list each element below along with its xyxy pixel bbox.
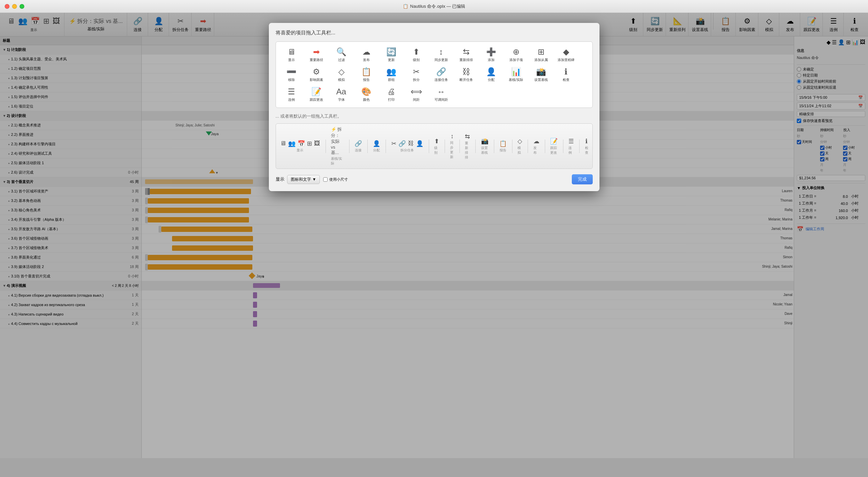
dtb-connect-label: 连接 — [355, 148, 362, 153]
modal-sync-icon: ↕ — [439, 47, 443, 57]
title-bar: 📋 Nautilus 命令.oplx — 已编辑 — [0, 0, 868, 13]
modal-bottom-left: 显示 图标和文字 ▼ 使用小尺寸 — [276, 175, 348, 184]
dtb-assign-icon: 👤 — [373, 140, 380, 147]
dtb-report-group: 📋 报告 — [499, 140, 507, 153]
display-dropdown[interactable]: 图标和文字 ▼ — [287, 175, 320, 184]
modal-add-icon: ➕ — [486, 47, 496, 57]
display-option-text: 图标和文字 — [291, 177, 311, 182]
modal-icon-publish[interactable]: ☁ 发布 — [354, 45, 379, 64]
modal-icon-critical[interactable]: ➡ 重要路径 — [304, 45, 329, 64]
dtb-display-label: 显示 — [297, 148, 303, 153]
minimize-button[interactable] — [12, 4, 17, 9]
modal-subtitle: ... 或者将默认的一组拖入工具栏。 — [276, 113, 593, 119]
modal-icon-level[interactable]: ⬆ 级别 — [404, 45, 428, 64]
modal-icon-spacing[interactable]: ⟺ 间距 — [404, 85, 428, 104]
modal-icon-add-sub[interactable]: ⊞ 添加从属 — [529, 45, 553, 64]
dtb-check-group: ℹ 检查 — [585, 138, 588, 155]
dtb-simulate-label: 模拟 — [517, 146, 522, 155]
modal-icon-sync[interactable]: ↕ 同步更新 — [429, 45, 453, 64]
dtb-examples-group: ☰ 连例 — [568, 138, 574, 155]
modal-print-icon: 🖨 — [387, 87, 395, 96]
modal-icon-adj-spacing[interactable]: ↔ 可调间距 — [429, 85, 453, 104]
modal-level-icon: ⬆ — [413, 47, 420, 57]
modal-check-icon: ℹ — [564, 67, 567, 77]
dtb-split-icon: ✂ — [391, 140, 396, 147]
modal-bottom-bar: 显示 图标和文字 ▼ 使用小尺寸 完成 — [276, 174, 593, 184]
modal-icon-refresh[interactable]: 🔄 更新 — [379, 45, 403, 64]
modal-publish-icon: ☁ — [362, 47, 370, 57]
modal-display-icon: 🖥 — [287, 47, 296, 57]
modal-icon-group[interactable]: 👥 群组 — [379, 65, 403, 84]
modal-icon-examples[interactable]: ☰ 连例 — [279, 85, 304, 104]
modal-milestone-icon: ◆ — [563, 47, 569, 57]
dtb-table-icon: 📅 — [298, 140, 305, 147]
dtb-display-icon: 🖥 — [280, 140, 286, 147]
small-size-input[interactable] — [323, 177, 328, 182]
modal-icon-link[interactable]: 🔗 连接任务 — [429, 65, 453, 84]
dtb-unlink2-icon: ⛓ — [408, 140, 414, 147]
dtb-check-label: 检查 — [585, 146, 588, 155]
modal-icon-unlink[interactable]: ⛓ 断开任务 — [454, 65, 478, 84]
modal-overlay[interactable]: 将喜爱的项目拖入工具栏... 🖥 显示 ➡ 重要路径 🔍 过滤 ☁ 发布 🔄 — [0, 13, 868, 477]
small-size-label: 使用小尺寸 — [329, 177, 348, 182]
modal-refresh-icon: 🔄 — [386, 47, 396, 57]
modal-icon-factors[interactable]: ⚙ 影响因素 — [304, 65, 329, 84]
dtb-level-group: ⬆ 级别 — [434, 138, 439, 155]
dtb-photo-icon: 🖼 — [314, 140, 320, 147]
modal-icon-rearrange[interactable]: ⇆ 重新排排 — [454, 45, 478, 64]
dtb-connect-group: 🔗 连接 — [355, 140, 362, 153]
modal-icon-baseline[interactable]: 📊 基线/实际 — [504, 65, 528, 84]
modal-icon-add-child[interactable]: ⊕ 添加子项 — [504, 45, 528, 64]
modal-icon-assign[interactable]: 👤 分配 — [479, 65, 503, 84]
modal-set-baseline-icon: 📸 — [536, 67, 546, 77]
modal-icon-add[interactable]: ➕ 添加 — [479, 45, 503, 64]
modal-title: 将喜爱的项目拖入工具栏... — [276, 30, 593, 36]
maximize-button[interactable] — [20, 4, 24, 9]
modal-done-button[interactable]: 完成 — [572, 174, 593, 184]
dtb-people-icon: 👥 — [288, 140, 296, 147]
display-select-group: 显示 图标和文字 ▼ — [276, 175, 320, 184]
modal-adj-spacing-icon: ↔ — [437, 87, 445, 96]
dtb-report-label: 报告 — [500, 148, 506, 153]
dtb-split-label: 拆分任务 — [400, 148, 414, 153]
modal-icon-filter[interactable]: 🔍 过滤 — [329, 45, 354, 64]
dtb-setbaseline-icon: 📸 — [481, 138, 488, 145]
dtb-setbaseline-label: 设置基线 — [481, 146, 488, 155]
dtb-track-label: 跟踪更改 — [550, 146, 558, 155]
modal-icon-milestone[interactable]: ◆ 添加里程碑 — [554, 45, 578, 64]
modal-icon-check[interactable]: ℹ 检查 — [554, 65, 578, 84]
customize-toolbar-modal: 将喜爱的项目拖入工具栏... 🖥 显示 ➡ 重要路径 🔍 过滤 ☁ 发布 🔄 — [269, 23, 599, 191]
dtb-level-icon: ⬆ — [434, 138, 439, 145]
modal-add-sub-icon: ⊞ — [538, 47, 544, 57]
close-button[interactable] — [5, 4, 9, 9]
modal-icon-track[interactable]: 📝 跟踪更改 — [304, 85, 329, 104]
modal-add-child-icon: ⊕ — [513, 47, 520, 57]
toolbar-icons-grid: 🖥 显示 ➡ 重要路径 🔍 过滤 ☁ 发布 🔄 更新 ⬆ 级别 — [276, 41, 593, 108]
modal-track-icon: 📝 — [311, 87, 321, 96]
dtb-report2-icon: 📋 — [499, 140, 507, 147]
dtb-publish-group: ☁ 发布 — [533, 138, 539, 155]
modal-icon-print[interactable]: 🖨 打印 — [379, 85, 403, 104]
modal-color-icon: 🎨 — [361, 87, 371, 96]
window-controls — [5, 4, 24, 9]
modal-examples-icon: ☰ — [288, 87, 295, 96]
modal-icon-simulate[interactable]: ◇ 模拟 — [329, 65, 354, 84]
modal-assign-icon: 👤 — [486, 67, 496, 77]
dtb-sync-label: 同步更新 — [450, 141, 454, 159]
modal-icon-color[interactable]: 🎨 颜色 — [354, 85, 379, 104]
dtb-assign-label: 分配 — [373, 148, 380, 153]
modal-simulate-icon: ◇ — [338, 67, 344, 77]
modal-font-icon: Aa — [336, 87, 346, 96]
modal-icon-report[interactable]: 📋 报告 — [354, 65, 379, 84]
modal-rearrange-icon: ⇆ — [463, 47, 470, 57]
dropdown-arrow-icon: ▼ — [312, 177, 316, 182]
modal-icon-split[interactable]: ✂ 拆分 — [404, 65, 428, 84]
modal-icon-set-baseline[interactable]: 📸 设置基线 — [529, 65, 553, 84]
modal-icon-font[interactable]: Aa 字体 — [329, 85, 354, 104]
modal-icon-display[interactable]: 🖥 显示 — [279, 45, 304, 64]
dtb-baseline-label: 基线/实际 — [331, 156, 344, 166]
modal-icon-remove[interactable]: ➖ 移除 — [279, 65, 304, 84]
dtb-simulate-group: ◇ 模拟 — [517, 138, 522, 155]
small-size-checkbox[interactable]: 使用小尺寸 — [323, 177, 348, 182]
modal-link-icon: 🔗 — [436, 67, 446, 77]
